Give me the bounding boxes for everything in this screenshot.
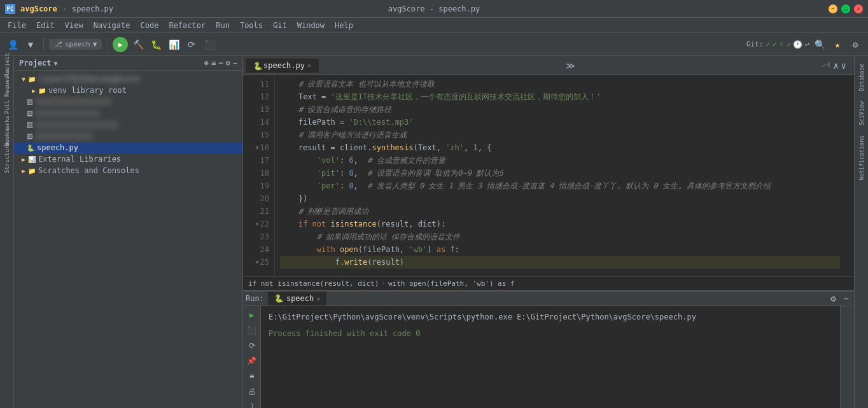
menu-window[interactable]: Window <box>292 20 330 31</box>
tree-item-5[interactable]: 🖼 <box>14 130 242 142</box>
menu-edit[interactable]: Edit <box>31 20 60 31</box>
menu-view[interactable]: View <box>60 20 88 31</box>
tree-scratches[interactable]: ▶ 📁 Scratches and Consoles <box>14 165 242 176</box>
branch-chevron: ▼ <box>93 40 97 48</box>
tab-speech-py[interactable]: 🐍 speech.py ✕ <box>246 59 319 73</box>
tabs-more-button[interactable]: ≫ <box>566 60 575 71</box>
code-line-24: with open(filePath, 'wb') as f: <box>280 243 840 256</box>
bottom-tab-icon: 🐍 <box>274 294 284 303</box>
branch-selector[interactable]: ⎇ speech ▼ <box>49 39 102 50</box>
code-13-comment: # 设置合成语音的存储路径 <box>280 103 391 116</box>
project-panel-actions: ⊕ ≡ ⋯ ⚙ − <box>204 59 237 67</box>
menu-run[interactable]: Run <box>211 20 235 31</box>
code-21-comment: # 判断是否调用成功 <box>280 205 368 218</box>
root-folder-img: 📁 <box>28 76 36 83</box>
item2-label <box>36 99 112 105</box>
collapse-all-btn[interactable]: ∧ <box>833 60 838 71</box>
menu-code[interactable]: Code <box>136 20 164 31</box>
profile-button[interactable]: ⟳ <box>184 37 199 52</box>
toolbar-search-button[interactable]: 🔍 <box>812 37 827 52</box>
left-panel-icons: Project Pull Requests Bookmarks Structur… <box>0 56 14 408</box>
menu-file[interactable]: File <box>3 20 31 31</box>
close-button[interactable]: ✕ <box>854 4 863 13</box>
git-pull-icon: ↗ <box>786 40 790 48</box>
ln-22: ▼22 <box>248 218 269 230</box>
ln-21: 21 <box>248 205 269 218</box>
project-close-btn[interactable]: − <box>233 59 237 67</box>
tree-root[interactable]: ▼ 📁 roject\Python\avgScore <box>14 73 242 85</box>
bottom-left-actions: ▶ ⬛ ⟳ 📌 ≡ 🖨 ⤵ <box>243 306 261 408</box>
ln-14: 14 <box>248 116 269 129</box>
tree-venv[interactable]: ▶ 📁 venv library root <box>14 85 242 96</box>
terminal[interactable]: E:\GitProject\Python\avgScore\venv\Scrip… <box>261 306 840 408</box>
bottom-tabs: Run: 🐍 speech ✕ ⚙ − <box>243 292 854 306</box>
bottom-tab-close[interactable]: ✕ <box>316 295 320 302</box>
print-btn[interactable]: 🖨 <box>246 385 258 398</box>
debug-button[interactable]: 🐛 <box>148 37 164 52</box>
toolbar-dropdown-icon[interactable]: ▼ <box>23 37 38 52</box>
bc-item-1[interactable]: if not isinstance(result, dict) <box>248 279 379 288</box>
scroll-end-btn[interactable]: ≡ <box>246 370 258 383</box>
stop-run-button[interactable]: ⬛ <box>246 324 258 337</box>
project-more-btn[interactable]: ⋯ <box>218 59 223 67</box>
code-18-comment: # 设置语音的音调 取值为0~9 默认为5 <box>367 167 503 179</box>
right-icon-database[interactable]: Database <box>857 59 866 96</box>
ln-11: 11 <box>248 78 269 90</box>
code-15-comment: # 调用客户端方法进行语音生成 <box>280 129 407 141</box>
tree-item-4[interactable]: 🖼 <box>14 119 242 130</box>
bottom-settings-btn[interactable]: ⚙ <box>828 292 838 305</box>
menu-git[interactable]: Git <box>268 20 292 31</box>
editor-scrollbar[interactable] <box>845 75 854 276</box>
code-line-16: result = client.synthesis(Text, 'zh', 1,… <box>280 141 840 154</box>
code-line-19: 'per': 0, # 发音人类型 0 女生 1 男生 3 情感合成-度道道 4… <box>280 179 840 192</box>
bottom-close-btn[interactable]: − <box>841 292 851 305</box>
cmd-line: E:\GitProject\Python\avgScore\venv\Scrip… <box>269 311 832 323</box>
restore-layout-btn[interactable]: ⟳ <box>246 339 258 352</box>
menu-tools[interactable]: Tools <box>235 20 268 31</box>
toolbar-sep-2 <box>107 38 108 51</box>
menu-help[interactable]: Help <box>330 20 358 31</box>
code-content[interactable]: # 设置语音文本 也可以从本地文件读取 Text = '这里是IT技术分享社区，… <box>275 75 845 276</box>
rerun-button[interactable]: ▶ <box>246 309 258 321</box>
left-icon-structure[interactable]: Structure <box>1 151 13 164</box>
tree-speech-py[interactable]: 🐍 speech.py <box>14 142 242 153</box>
code-16-fn: synthesis <box>372 141 414 154</box>
run-button[interactable]: ▶ <box>113 37 128 52</box>
build-button[interactable]: 🔨 <box>130 37 146 52</box>
toolbar-settings-button[interactable]: ⚙ <box>848 37 863 52</box>
project-dropdown[interactable]: ▼ <box>54 60 204 67</box>
right-icon-notifications[interactable]: Notifications <box>857 130 866 185</box>
left-icon-bookmarks[interactable]: Bookmarks <box>1 125 13 137</box>
item4-icon: 🖼 <box>27 122 33 129</box>
code-line-25: f.write(result) <box>280 256 840 269</box>
stop-button[interactable]: ⬛ <box>202 37 217 52</box>
tree-item-2[interactable]: 🖼 <box>14 96 242 108</box>
toolbar-bookmark-button[interactable]: ★ <box>830 37 845 52</box>
left-icon-pullrequests[interactable]: Pull Requests <box>1 85 13 98</box>
right-icon-sciview[interactable]: SciView <box>857 96 866 130</box>
pin-tab-btn[interactable]: 📌 <box>246 355 258 367</box>
menu-refactor[interactable]: Refactor <box>164 20 211 31</box>
bottom-tab-speech[interactable]: 🐍 speech ✕ <box>268 292 326 306</box>
expand-all-btn[interactable]: ∨ <box>841 60 846 71</box>
project-collapse-btn[interactable]: ≡ <box>211 59 216 67</box>
tab-speech-label: speech.py <box>263 61 305 70</box>
maximize-button[interactable]: □ <box>841 4 850 13</box>
git-label: Git: <box>746 40 764 48</box>
unpin-btn[interactable]: ⤵ <box>246 400 258 408</box>
toolbar-user-icon[interactable]: 👤 <box>5 37 20 52</box>
project-add-btn[interactable]: ⊕ <box>204 59 209 67</box>
bc-item-2[interactable]: with open(filePath, 'wb') as f <box>388 279 515 288</box>
minimize-button[interactable]: − <box>829 4 837 13</box>
main-content: Project Pull Requests Bookmarks Structur… <box>0 56 868 408</box>
tree-item-3[interactable]: 🖼 <box>14 108 242 119</box>
tab-speech-close[interactable]: ✕ <box>307 62 311 69</box>
menu-bar: File Edit View Navigate Code Refactor Ru… <box>0 18 868 33</box>
code-line-23: # 如果调用成功的话 保存合成的语音文件 <box>280 230 840 243</box>
coverage-button[interactable]: 📊 <box>166 37 181 52</box>
ln-20: 20 <box>248 192 269 205</box>
tree-ext-libs[interactable]: ▶ 📊 External Libraries <box>14 153 242 165</box>
extlibs-folder-img: 📊 <box>28 156 36 163</box>
project-settings-btn[interactable]: ⚙ <box>226 59 230 67</box>
menu-navigate[interactable]: Navigate <box>88 20 136 31</box>
